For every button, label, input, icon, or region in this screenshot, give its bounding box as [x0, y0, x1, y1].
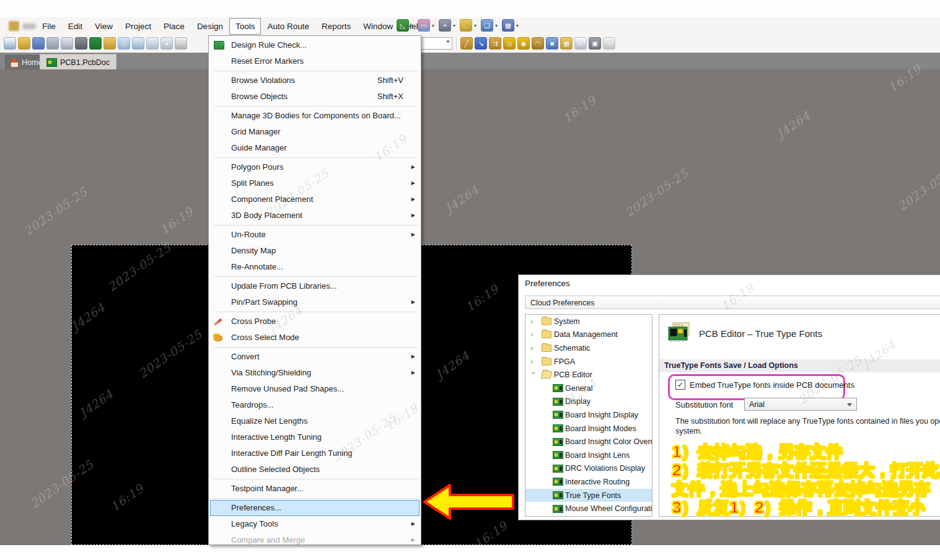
- new-document-icon[interactable]: [4, 37, 16, 50]
- place-component2-icon[interactable]: ▣: [589, 37, 601, 50]
- tools-menu-item-legacy-tools[interactable]: Legacy Tools▶: [209, 516, 421, 532]
- tools-menu-item-interactive-length-tuning[interactable]: Interactive Length Tuning: [209, 429, 421, 445]
- cut-icon[interactable]: ✂: [175, 37, 187, 50]
- tools-menu-item-pin-part-swapping[interactable]: Pin/Part Swapping▶: [209, 294, 421, 310]
- tools-menu-item-reset-error-markers[interactable]: Reset Error Markers: [209, 53, 421, 69]
- tree-item-data-management[interactable]: ›Data Management: [525, 328, 652, 342]
- measure-tools-icon[interactable]: ◺: [397, 19, 409, 32]
- menu-auto-route[interactable]: Auto Route: [261, 18, 315, 35]
- print-icon[interactable]: [46, 37, 59, 50]
- interactive-routing-icon[interactable]: ↘: [475, 37, 487, 50]
- menu-window[interactable]: Window: [357, 18, 399, 35]
- tools-menu-item-guide-manager[interactable]: Guide Manager: [209, 140, 421, 156]
- menu-view[interactable]: View: [89, 18, 119, 35]
- tools-menu-item-remove-unused-pad-shapes[interactable]: Remove Unused Pad Shapes...: [209, 381, 421, 397]
- tools-menu-item-component-placement[interactable]: Component Placement▶: [209, 191, 421, 208]
- place-arc-icon[interactable]: ◠: [532, 37, 544, 50]
- menu-tools[interactable]: Tools: [229, 18, 261, 35]
- tools-menu-item-design-rule-check[interactable]: Design Rule Check...: [209, 37, 421, 53]
- pcb-document-icon[interactable]: [89, 37, 102, 50]
- tools-menu-item-density-map[interactable]: Density Map: [209, 243, 421, 259]
- alignment-tools-dropdown-caret[interactable]: ▾: [432, 23, 437, 28]
- chevron-expanded-icon[interactable]: ›: [530, 372, 537, 378]
- tools-menu-item-browse-objects[interactable]: Browse ObjectsShift+X: [209, 89, 421, 105]
- combo-caret-icon[interactable]: ▼: [446, 39, 450, 45]
- menu-design[interactable]: Design: [191, 18, 229, 35]
- tools-menu-item-teardrops[interactable]: Teardrops...: [209, 397, 421, 413]
- menu-place[interactable]: Place: [157, 18, 191, 35]
- menu-file[interactable]: File: [36, 18, 62, 35]
- zoom-area-icon[interactable]: ◌: [132, 37, 144, 50]
- substitution-font-select[interactable]: Arial: [744, 398, 857, 411]
- tools-menu-item-3d-body-placement[interactable]: 3D Body Placement▶: [209, 208, 421, 224]
- place-fill-icon[interactable]: ■: [546, 37, 558, 50]
- place-component-icon[interactable]: [75, 37, 87, 50]
- grid-tools-icon[interactable]: ▦: [502, 19, 514, 32]
- union-cross-icon[interactable]: ✕: [603, 37, 615, 50]
- tree-item-system[interactable]: ›System: [525, 315, 652, 328]
- tools-menu-item-grid-manager[interactable]: Grid Manager: [209, 124, 421, 140]
- tools-menu-item-browse-violations[interactable]: Browse ViolationsShift+V: [209, 72, 421, 89]
- room-tools-icon[interactable]: ❏: [481, 19, 493, 32]
- chevron-collapsed-icon[interactable]: ›: [530, 359, 537, 365]
- tools-menu-item-polygon-pours[interactable]: Polygon Pours▶: [209, 159, 421, 175]
- tools-menu-item-split-planes[interactable]: Split Planes▶: [209, 175, 421, 191]
- place-pad-icon[interactable]: ◎: [503, 37, 516, 50]
- room-tools-dropdown-caret[interactable]: ▾: [495, 23, 500, 28]
- tree-item-fpga[interactable]: ›FPGA: [525, 355, 652, 369]
- tree-item-board-insight-modes[interactable]: Board Insight Modes: [525, 422, 652, 435]
- tree-item-drc-violations-display[interactable]: DRC Violations Display: [525, 462, 652, 476]
- tools-menu-item-testpoint-manager[interactable]: Testpoint Manager...: [209, 481, 421, 497]
- measure-tools-dropdown-caret[interactable]: ▾: [411, 23, 416, 28]
- tree-item-mouse-wheel-configuration[interactable]: Mouse Wheel Configuration: [525, 502, 652, 515]
- tools-menu-item-convert[interactable]: Convert▶: [209, 349, 421, 365]
- open-document-icon[interactable]: [18, 37, 30, 50]
- tools-menu-item-cross-select-mode[interactable]: Cross Select Mode: [209, 330, 421, 346]
- save-icon[interactable]: [32, 37, 45, 50]
- chevron-collapsed-icon[interactable]: ›: [530, 318, 537, 325]
- zoom-fit-icon[interactable]: ◎: [118, 37, 130, 50]
- menu-edit[interactable]: Edit: [62, 18, 89, 35]
- menu-reports[interactable]: Reports: [315, 18, 357, 35]
- tree-item-board-insight-lens[interactable]: Board Insight Lens: [525, 448, 652, 462]
- dimension-tools-dropdown-caret[interactable]: ▾: [474, 23, 479, 28]
- diff-pair-routing-icon[interactable]: ⇉: [489, 37, 501, 50]
- tools-menu-item-equalize-net-lengths[interactable]: Equalize Net Lengths: [209, 413, 421, 429]
- find-tools-icon[interactable]: ⌖: [439, 19, 451, 32]
- place-line-icon[interactable]: ╱: [460, 37, 473, 50]
- tools-menu-item-manage-3d-bodies-for-components-on-board[interactable]: Manage 3D Bodies for Components on Board…: [209, 108, 421, 124]
- place-array-icon[interactable]: ▦: [560, 37, 573, 50]
- tools-menu-item-outline-selected-objects[interactable]: Outline Selected Objects: [209, 462, 421, 478]
- tools-menu-item-cross-probe[interactable]: Cross Probe: [209, 313, 421, 330]
- tools-menu-item-preferences[interactable]: Preferences...: [210, 500, 419, 516]
- tools-menu-item-via-stitching-shielding[interactable]: Via Stitching/Shielding▶: [209, 365, 421, 381]
- print-preview-icon[interactable]: ⌕: [61, 37, 73, 50]
- find-tools-dropdown-caret[interactable]: ▾: [453, 23, 458, 28]
- menu-project[interactable]: Project: [119, 18, 157, 35]
- tab-pcb1-pcbdoc[interactable]: PCB1.PcbDoc: [40, 54, 116, 70]
- zoom-points-icon[interactable]: ◔: [146, 37, 159, 50]
- zoom-filter-icon[interactable]: ◕: [160, 37, 173, 50]
- tree-item-board-insight-display[interactable]: Board Insight Display: [525, 408, 652, 422]
- tree-item-pcb-editor[interactable]: ›PCB Editor: [525, 368, 652, 382]
- embed-fonts-checkbox[interactable]: ✓: [675, 380, 685, 390]
- place-string-icon[interactable]: A: [574, 37, 587, 50]
- tools-menu-item-un-route[interactable]: Un-Route▶: [209, 227, 421, 243]
- tools-menu-item-interactive-diff-pair-length-tuning[interactable]: Interactive Diff Pair Length Tuning: [209, 445, 421, 462]
- tools-menu-item-update-from-pcb-libraries[interactable]: Update From PCB Libraries...: [209, 278, 421, 294]
- grid-tools-dropdown-caret[interactable]: ▾: [516, 23, 521, 28]
- tree-item-true-type-fonts[interactable]: True Type Fonts: [525, 489, 652, 502]
- tree-item-interactive-routing[interactable]: Interactive Routing: [525, 475, 652, 489]
- tree-item-schematic[interactable]: ›Schematic: [525, 341, 652, 355]
- alignment-tools-icon[interactable]: ▭: [418, 19, 430, 32]
- tools-menu-item-re-annotate[interactable]: Re-Annotate...: [209, 259, 421, 275]
- place-via-icon[interactable]: ◉: [517, 37, 530, 50]
- dimension-tools-icon[interactable]: ∟: [460, 19, 472, 32]
- cloud-preferences-button[interactable]: Cloud Preferences: [525, 295, 940, 309]
- chevron-collapsed-icon[interactable]: ›: [530, 331, 537, 338]
- chevron-collapsed-icon[interactable]: ›: [530, 345, 537, 351]
- tree-item-general[interactable]: General: [525, 382, 652, 395]
- tree-item-display[interactable]: Display: [525, 395, 652, 409]
- tree-item-board-insight-color-override[interactable]: Board Insight Color Override: [525, 435, 652, 448]
- storage-panel-icon[interactable]: [103, 37, 116, 50]
